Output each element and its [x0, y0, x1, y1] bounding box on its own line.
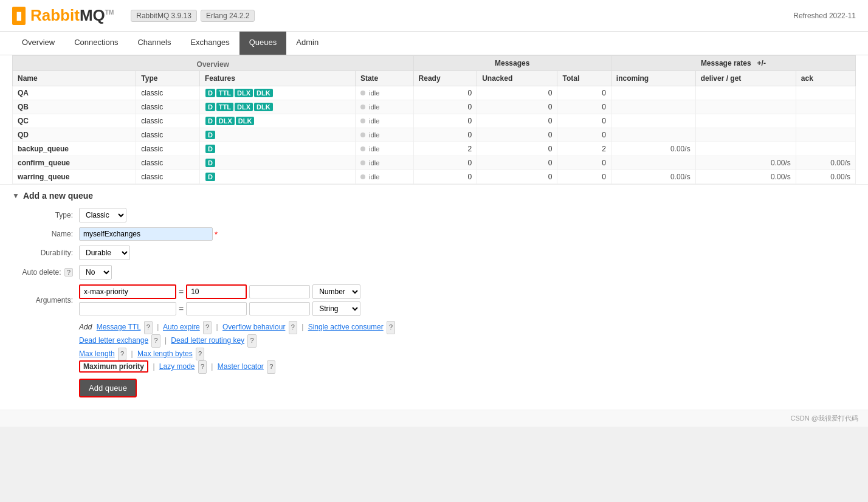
table-row: warring_queue classic D idle 0 0 0 0.00/…	[13, 170, 856, 184]
queue-total: 0	[557, 86, 611, 100]
logo-mq: MQ	[80, 6, 105, 24]
nav-queues[interactable]: Queues	[239, 32, 287, 55]
queue-name[interactable]: QD	[13, 128, 136, 142]
hint-dead-letter-exchange[interactable]: Dead letter exchange	[79, 336, 148, 345]
hint-lazy-mode[interactable]: Lazy mode	[159, 362, 195, 371]
queue-ready: 0	[413, 86, 477, 100]
hint-auto-expire[interactable]: Auto expire	[163, 323, 200, 331]
section-title: Add a new queue	[23, 191, 93, 201]
hint-single-consumer[interactable]: Single active consumer	[308, 323, 384, 331]
col-ready: Ready	[413, 71, 477, 86]
hint-max-priority[interactable]: Maximum priority	[79, 360, 148, 373]
hint-max-length-bytes-q[interactable]: ?	[196, 348, 204, 361]
queue-table: Overview Messages Message rates +/- Name…	[12, 55, 856, 184]
queue-incoming	[611, 100, 695, 114]
queue-name[interactable]: warring_queue	[13, 170, 136, 184]
hint-max-length[interactable]: Max length	[79, 349, 115, 358]
hint-dlrk-q[interactable]: ?	[247, 334, 256, 348]
arg-key-input[interactable]	[79, 284, 176, 299]
hint-message-ttl-q[interactable]: ?	[144, 321, 153, 334]
feature-tag: DLK	[236, 117, 255, 125]
nav-admin[interactable]: Admin	[286, 32, 328, 55]
queue-deliver	[695, 86, 796, 100]
queue-name[interactable]: QB	[13, 100, 136, 114]
arg-value-input[interactable]	[186, 284, 247, 299]
queue-ack: 0.00/s	[796, 170, 855, 184]
th-overview: Overview	[13, 56, 414, 71]
nav-channels[interactable]: Channels	[128, 32, 181, 55]
queue-unacked: 0	[477, 100, 557, 114]
refresh-text: Refreshed 2022-11	[793, 12, 856, 20]
hint-lazy-mode-q[interactable]: ?	[198, 360, 207, 374]
rabbitmq-version: RabbitMQ 3.9.13	[131, 10, 197, 22]
arg-key-input-2[interactable]	[79, 302, 176, 315]
arguments-label: Arguments:	[12, 296, 79, 304]
hint-single-consumer-q[interactable]: ?	[387, 321, 395, 334]
queue-name[interactable]: confirm_queue	[13, 156, 136, 170]
queue-name[interactable]: QA	[13, 86, 136, 100]
queue-name[interactable]: QC	[13, 114, 136, 128]
queue-ack	[796, 100, 855, 114]
type-select[interactable]: Classic Quorum	[79, 208, 126, 222]
col-unacked: Unacked	[477, 71, 557, 86]
logo-rabbit: Rabbit	[30, 6, 80, 24]
hint-overflow[interactable]: Overflow behaviour	[222, 323, 285, 331]
queue-unacked: 0	[477, 128, 557, 142]
sep4: |	[165, 336, 167, 345]
hint-max-length-bytes[interactable]: Max length bytes	[137, 349, 193, 358]
args-row-1: = Number String Boolean	[79, 284, 360, 299]
arg-extra-input[interactable]	[249, 285, 310, 298]
queue-incoming	[611, 86, 695, 100]
queue-ready: 0	[413, 128, 477, 142]
auto-delete-q[interactable]: ?	[64, 268, 73, 277]
nav-connections[interactable]: Connections	[64, 32, 128, 55]
queue-incoming: 0.00/s	[611, 142, 695, 156]
nav-exchanges[interactable]: Exchanges	[181, 32, 239, 55]
hint-master-locator[interactable]: Master locator	[218, 362, 264, 371]
state-text: idle	[369, 117, 379, 125]
name-input[interactable]	[79, 227, 213, 241]
col-name: Name	[13, 71, 136, 86]
queue-total: 0	[557, 156, 611, 170]
arg-type-select-2[interactable]: String Number Boolean	[312, 301, 360, 316]
auto-delete-select[interactable]: No Yes	[79, 265, 112, 280]
queue-deliver: 0.00/s	[695, 156, 796, 170]
hint-message-ttl[interactable]: Message TTL	[97, 323, 141, 331]
queue-ready: 0	[413, 114, 477, 128]
queue-unacked: 0	[477, 114, 557, 128]
queue-total: 0	[557, 100, 611, 114]
hint-overflow-q[interactable]: ?	[289, 321, 297, 334]
sep3: |	[301, 323, 303, 331]
queue-ready: 2	[413, 142, 477, 156]
queue-deliver	[695, 128, 796, 142]
hint-dead-letter-routing[interactable]: Dead letter routing key	[171, 336, 244, 345]
hint-master-locator-q[interactable]: ?	[267, 360, 275, 374]
queue-state: idle	[355, 114, 413, 128]
logo-icon: ▮	[12, 7, 26, 25]
durability-select[interactable]: Durable Transient	[79, 246, 130, 260]
args-row-2: = String Number Boolean	[79, 301, 360, 316]
hint-auto-expire-q[interactable]: ?	[203, 321, 212, 334]
arg-value-input-2[interactable]	[186, 302, 247, 315]
table-row: QB classic DTTLDLXDLK idle 0 0 0	[13, 100, 856, 114]
durability-row: Durability: Durable Transient	[12, 246, 856, 260]
feature-tag: D	[205, 145, 215, 153]
hint-dlx-q[interactable]: ?	[151, 334, 160, 348]
nav-overview[interactable]: Overview	[12, 32, 64, 55]
arg-type-select[interactable]: Number String Boolean	[312, 284, 360, 299]
add-queue-button[interactable]: Add queue	[79, 379, 137, 397]
table-row: confirm_queue classic D idle 0 0 0 0.00/…	[13, 156, 856, 170]
queue-unacked: 0	[477, 86, 557, 100]
name-row: Name: *	[12, 227, 856, 241]
arguments-row: Arguments: = Number String Boolean =	[12, 284, 856, 316]
queue-ack	[796, 114, 855, 128]
feature-tag: TTL	[216, 89, 233, 97]
hint-max-length-q[interactable]: ?	[118, 348, 126, 361]
section-header[interactable]: ▼ Add a new queue	[12, 191, 856, 201]
queue-name[interactable]: backup_queue	[13, 142, 136, 156]
queue-features: D	[199, 128, 355, 142]
col-state: State	[355, 71, 413, 86]
main: Overview Messages Message rates +/- Name…	[0, 55, 868, 410]
sep7: |	[211, 362, 213, 371]
arg-extra-input-2[interactable]	[249, 302, 310, 315]
